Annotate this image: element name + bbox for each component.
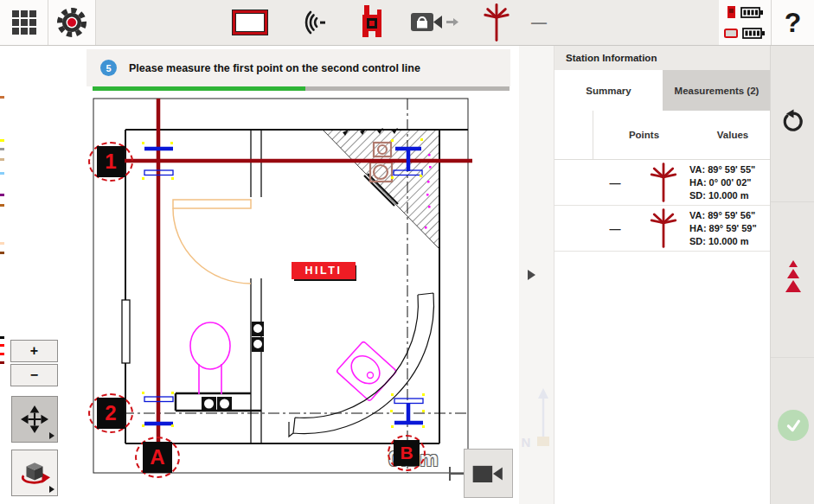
battery-icon — [740, 6, 764, 19]
layer-color-tick — [0, 96, 4, 99]
radio-waves-icon — [296, 7, 329, 38]
layer-color-tick — [0, 148, 4, 150]
instruction-banner: 5 Please measure the first point on the … — [87, 49, 510, 86]
layer-color-tick — [0, 172, 4, 175]
layer-color-tick — [0, 361, 4, 364]
progress-bar — [93, 86, 510, 91]
total-station-button[interactable] — [355, 0, 389, 45]
tab-measurements[interactable]: Measurements (2) — [663, 70, 771, 111]
dash-label: — — [531, 14, 547, 32]
measure-triangles-button[interactable] — [771, 257, 814, 295]
confirm-button[interactable] — [771, 408, 814, 443]
toilet — [190, 322, 230, 394]
divider — [771, 201, 814, 202]
measurement-rows: —VA: 89° 59' 55"HA: 0° 00' 02"SD: 10.000… — [554, 160, 771, 252]
measurement-row[interactable]: —VA: 89° 59' 55"HA: 0° 00' 02"SD: 10.000… — [554, 160, 771, 206]
marker-label: A — [143, 442, 172, 473]
layer-color-tick — [0, 336, 4, 339]
station-mini-icon — [727, 5, 736, 19]
prism-pole-button[interactable] — [481, 0, 512, 45]
layer-color-tick — [0, 158, 4, 161]
layer-color-tick — [0, 353, 4, 355]
expand-panel-handle[interactable] — [528, 270, 535, 280]
door — [173, 200, 251, 284]
controller-battery-row — [724, 23, 766, 42]
overflow-menu-button[interactable]: — — [526, 0, 552, 45]
prism-pole-icon — [650, 208, 677, 248]
panel-title: Station Information — [554, 45, 771, 70]
hilti-logo: HILTI — [292, 262, 356, 279]
action-bar — [770, 45, 814, 504]
triangle-medium-icon — [787, 269, 799, 278]
measurements-table-header: Points Values — [554, 111, 771, 160]
control-point-2-marker[interactable]: 2 — [88, 393, 133, 433]
control-point-b-marker[interactable]: B — [388, 435, 426, 471]
station-battery-row — [727, 3, 764, 22]
rotate-cube-icon — [19, 457, 50, 488]
layout-view-button[interactable] — [233, 0, 267, 45]
rotate-3d-button[interactable] — [11, 450, 58, 496]
camera-view-button[interactable] — [464, 449, 513, 498]
camera-lock-button[interactable] — [408, 0, 462, 45]
measurement-row[interactable]: —VA: 89° 59' 56"HA: 89° 59' 59"SD: 10.00… — [554, 206, 771, 252]
grid-menu-icon — [11, 10, 37, 35]
marker-label: B — [394, 440, 420, 466]
layer-color-tick — [0, 344, 4, 347]
prism-pole-icon — [484, 3, 510, 41]
sink — [336, 341, 397, 402]
north-arrow-icon — [535, 386, 552, 447]
points-column-header: Points — [593, 111, 695, 159]
triangle-large-icon — [785, 280, 801, 292]
help-button[interactable]: ? — [772, 0, 814, 45]
curved-wall — [289, 293, 434, 437]
panel-tabs: Summary Measurements (2) — [554, 70, 771, 111]
signal-button[interactable] — [295, 0, 330, 45]
wall-pipes — [252, 322, 264, 352]
layer-color-tick — [0, 252, 4, 254]
checkmark-icon — [778, 410, 809, 441]
scale-bar — [450, 467, 464, 481]
help-label: ? — [785, 7, 802, 39]
counter-drains — [176, 393, 261, 411]
pan-button[interactable] — [11, 396, 58, 443]
triangle-small-icon — [789, 260, 798, 267]
battery-icon — [742, 27, 766, 40]
layer-color-tick — [0, 242, 4, 245]
back-button[interactable] — [771, 107, 814, 137]
north-compass: N — [519, 386, 554, 450]
top-toolbar: — — [0, 0, 814, 46]
submenu-corner-icon — [49, 432, 54, 439]
zoom-in-button[interactable]: + — [10, 340, 58, 362]
apps-menu-button[interactable] — [0, 0, 48, 45]
control-point-a-marker[interactable]: A — [135, 437, 180, 478]
select-column-header — [554, 111, 593, 159]
station-information-panel: Station Information Summary Measurements… — [554, 45, 771, 504]
rectangle-outline-icon — [233, 10, 267, 35]
point-label: — — [593, 222, 638, 235]
step-number-badge: 5 — [100, 60, 117, 76]
layer-color-tick — [0, 194, 4, 196]
instruction-text: Please measure the first point on the se… — [129, 62, 420, 74]
hilti-layout-app: 1 2 A B HILTI 0.2m 5 Please measure the … — [0, 0, 814, 504]
gear-icon — [54, 5, 89, 40]
compass-label: N — [521, 435, 530, 450]
tab-summary[interactable]: Summary — [554, 70, 663, 111]
submenu-corner-icon — [49, 486, 54, 493]
layer-color-tick — [0, 204, 4, 207]
camera-icon — [471, 461, 506, 487]
zoom-out-button[interactable]: − — [10, 364, 58, 386]
controller-mini-icon — [724, 29, 738, 38]
camera-lock-icon — [409, 8, 461, 37]
battery-status-button[interactable] — [719, 0, 771, 45]
settings-button[interactable] — [48, 0, 95, 45]
control-point-1-marker[interactable]: 1 — [88, 142, 133, 182]
point-label: — — [593, 176, 638, 189]
pan-arrows-icon — [21, 405, 48, 433]
interior-wall — [251, 130, 261, 443]
panel-gutter: N — [519, 45, 554, 504]
marker-label: 2 — [97, 398, 125, 429]
divider — [771, 357, 814, 358]
marker-label: 1 — [97, 146, 125, 177]
total-station-icon — [357, 4, 387, 41]
layer-color-tick — [0, 139, 4, 142]
